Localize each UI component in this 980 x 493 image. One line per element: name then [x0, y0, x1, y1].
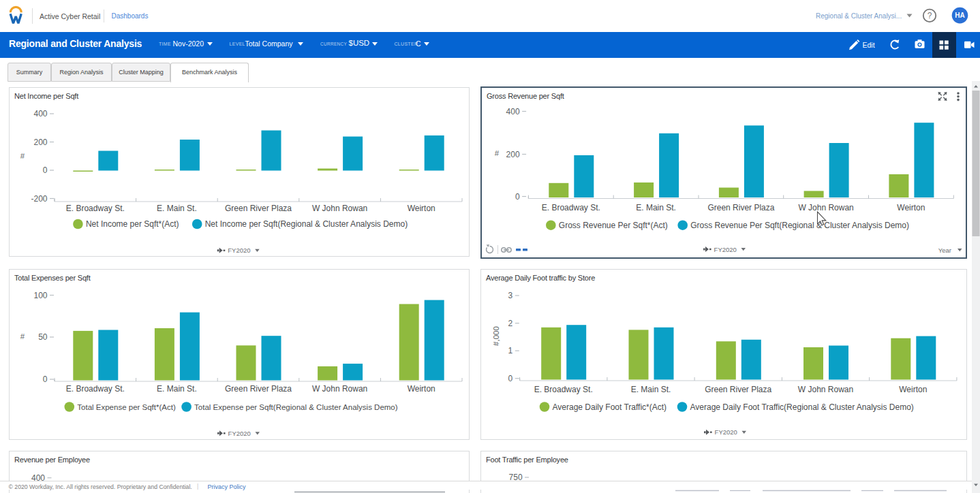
svg-text:W John Rowan: W John Rowan: [312, 384, 367, 394]
svg-text:E. Main St.: E. Main St.: [636, 203, 676, 212]
svg-text:2: 2: [508, 319, 513, 328]
svg-text:Green River Plaza: Green River Plaza: [225, 204, 292, 213]
svg-text:E. Main St.: E. Main St.: [157, 384, 197, 394]
svg-text:200: 200: [33, 138, 47, 147]
svg-text:E. Broadway St.: E. Broadway St.: [534, 385, 593, 394]
svg-text:0: 0: [43, 165, 48, 175]
svg-text:FY2020: FY2020: [715, 428, 737, 436]
svg-text:W John Rowan: W John Rowan: [312, 204, 367, 213]
svg-text:Edit: Edit: [863, 41, 875, 49]
svg-text:Net Income per Sqft(Regional &: Net Income per Sqft(Regional & Cluster A…: [205, 219, 408, 229]
svg-text:Green River Plaza: Green River Plaza: [707, 203, 774, 212]
svg-text:Total Expense per Sqft(Regiona: Total Expense per Sqft(Regional & Cluste…: [194, 403, 398, 411]
svg-text:-200: -200: [31, 194, 47, 204]
svg-text:0: 0: [43, 375, 48, 384]
svg-text:Weirton: Weirton: [897, 203, 925, 212]
svg-text:W John Rowan: W John Rowan: [798, 385, 853, 394]
svg-text:Gross Revenue Per Sqft*(Act): Gross Revenue Per Sqft*(Act): [559, 221, 668, 230]
svg-text:E. Broadway St.: E. Broadway St.: [66, 384, 125, 394]
svg-text:1: 1: [508, 346, 513, 355]
svg-text:HA: HA: [955, 12, 964, 19]
svg-text:FY2020: FY2020: [228, 430, 251, 437]
svg-text:E. Main St.: E. Main St.: [631, 385, 671, 394]
svg-text:Green River Plaza: Green River Plaza: [225, 384, 292, 394]
svg-text:E. Broadway St.: E. Broadway St.: [66, 204, 125, 213]
svg-text:400: 400: [506, 107, 520, 116]
svg-text:Green River Plaza: Green River Plaza: [705, 385, 771, 394]
svg-text:Weirton: Weirton: [408, 204, 435, 213]
svg-text:#: #: [20, 332, 25, 340]
svg-text:400: 400: [33, 109, 47, 118]
svg-text:0: 0: [515, 192, 520, 202]
svg-text:#: #: [20, 152, 25, 160]
svg-text:FY2020: FY2020: [714, 246, 737, 253]
svg-text:Average Daily Foot Traffic*(Ac: Average Daily Foot Traffic*(Act): [553, 402, 667, 412]
svg-text:E. Main St.: E. Main St.: [157, 204, 197, 213]
svg-text:Weirton: Weirton: [899, 385, 927, 394]
svg-text:Net Income per Sqft*(Act): Net Income per Sqft*(Act): [86, 219, 179, 229]
svg-text:Gross Revenue Per Sqft(Regiona: Gross Revenue Per Sqft(Regional & Cluste…: [690, 221, 909, 230]
svg-text:50: 50: [38, 332, 48, 342]
svg-text:100: 100: [33, 291, 47, 300]
svg-text:3: 3: [508, 291, 513, 300]
svg-text:Average Daily Foot Traffic(Reg: Average Daily Foot Traffic(Regional & Cl…: [690, 402, 914, 412]
svg-text:E. Broadway St.: E. Broadway St.: [542, 203, 600, 212]
svg-text:FY2020: FY2020: [228, 246, 250, 254]
svg-text:#,000: #,000: [492, 326, 500, 346]
svg-text:#: #: [495, 149, 500, 157]
svg-text:?: ?: [928, 11, 932, 20]
svg-text:0: 0: [508, 374, 513, 383]
svg-text:Year: Year: [938, 246, 951, 254]
svg-text:200: 200: [506, 150, 520, 159]
svg-text:Weirton: Weirton: [408, 384, 435, 394]
svg-text:Total Expense per Sqft*(Act): Total Expense per Sqft*(Act): [77, 403, 176, 411]
